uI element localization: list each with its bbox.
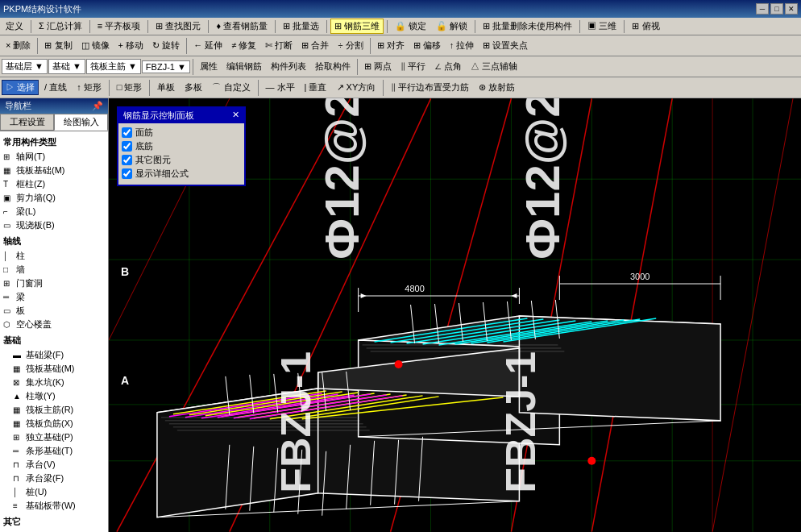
menu-batch-delete[interactable]: ⊞ 批量删除未使用构件	[479, 19, 576, 34]
three-point-button[interactable]: △ 三点辅轴	[467, 59, 521, 74]
move-button[interactable]: + 移动	[114, 38, 147, 53]
custom-btn[interactable]: ⌒ 自定义	[208, 80, 254, 95]
merge-button[interactable]: ⊞ 合并	[297, 38, 333, 53]
align-button[interactable]: ⊞ 对齐	[373, 38, 409, 53]
rotate-button[interactable]: ↻ 旋转	[148, 38, 184, 53]
menu-find[interactable]: ⊞ 查找图元	[151, 19, 205, 34]
cad-viewport[interactable]: 4800 3000 Ф12@200 Ф12@200 FBZJ-1 FBZJ-1 …	[109, 98, 801, 532]
xy-direction-btn[interactable]: ↗ XY方向	[333, 80, 380, 95]
tree-item-wall[interactable]: □墙	[2, 263, 106, 276]
svg-text:4800: 4800	[405, 284, 424, 293]
line-tool[interactable]: / 直线	[40, 80, 71, 95]
tree-item-raft-top-rebar[interactable]: ▦筏板主筋(R)	[2, 403, 106, 417]
tree-item-hollow-floor[interactable]: ⬡空心楼盖	[2, 318, 106, 331]
svg-marker-25	[359, 316, 720, 348]
element-id-dropdown[interactable]: FBZJ-1 ▼	[142, 60, 190, 73]
tree-item-cast-slab[interactable]: ▭ 现浇板(B)	[2, 218, 106, 232]
svg-line-44	[218, 394, 371, 418]
shear-wall-icon: ▣	[3, 193, 16, 202]
setpoint-button[interactable]: ⊞ 设置夹点	[479, 38, 532, 53]
tree-item-shear-wall[interactable]: ▣ 剪力墙(Q)	[2, 191, 106, 205]
parallel-edge-btn[interactable]: ∥ 平行边布置受力筋	[387, 80, 473, 95]
tree-item-door-window[interactable]: ⊞门窗洞	[2, 276, 106, 290]
component-dropdown[interactable]: 基础 ▼	[48, 59, 85, 74]
radial-btn[interactable]: ⊛ 放射筋	[475, 80, 519, 95]
maximize-button[interactable]: □	[770, 3, 783, 15]
menu-define[interactable]: 定义	[2, 19, 27, 34]
menu-3d[interactable]: ▣ 三维	[583, 19, 620, 34]
rebar-type-dropdown[interactable]: 筏板主筋 ▼	[86, 59, 141, 74]
tree-item-raft-bot-rebar[interactable]: ▦筏板负筋(X)	[2, 417, 106, 430]
delete-button[interactable]: × 删除	[2, 38, 35, 53]
close-button[interactable]: ✕	[785, 3, 798, 15]
arrow-tool[interactable]: ↑ 矩形	[73, 80, 106, 95]
tree-item-raft-found[interactable]: ▦ 筏板基础(M)	[2, 164, 106, 177]
checkbox-bot-rebar[interactable]: 底筋	[122, 140, 241, 152]
tree-item-frame-col[interactable]: T 框柱(Z)	[2, 177, 106, 191]
minimize-button[interactable]: ─	[756, 3, 769, 15]
two-point-button[interactable]: ⊞ 两点	[360, 59, 396, 74]
extend-button[interactable]: ← 延伸	[189, 38, 226, 53]
tree-item-sump[interactable]: ⊠集水坑(K)	[2, 376, 106, 389]
tab-project-settings[interactable]: 工程设置	[0, 114, 54, 131]
sidebar-header: 导航栏 📌	[0, 98, 108, 114]
horizontal-btn[interactable]: — 水平	[262, 80, 299, 95]
checkbox-top-rebar[interactable]: 面筋	[122, 127, 241, 139]
angle-point-button[interactable]: ∠ 点角	[430, 59, 466, 74]
parallel-button[interactable]: ∥ 平行	[396, 59, 430, 74]
pick-component-button[interactable]: 拾取构件	[311, 59, 355, 74]
menu-rebar-3d[interactable]: ⊞ 钢筋三维	[330, 19, 384, 34]
rect-tool[interactable]: □ 矩形	[113, 80, 147, 95]
single-plate-btn[interactable]: 单板	[153, 80, 179, 95]
menu-calc[interactable]: Σ 汇总计算	[35, 19, 86, 34]
tree-item-found-beam[interactable]: ▬基础梁(F)	[2, 348, 106, 362]
steel-control-panel: 钢筋显示控制面板 ✕ 面筋 底筋 其它图元 显示详细公式	[117, 106, 246, 186]
canvas-area[interactable]: 4800 3000 Ф12@200 Ф12@200 FBZJ-1 FBZJ-1 …	[109, 98, 801, 532]
tree-item-beam2[interactable]: ═梁	[2, 290, 106, 304]
properties-button[interactable]: 属性	[196, 59, 222, 74]
tree-item-axis-grid[interactable]: ⊞ 轴网(T)	[2, 150, 106, 164]
vertical-btn[interactable]: | 垂直	[301, 80, 331, 95]
svg-line-55	[503, 318, 656, 342]
tab-drawing-input[interactable]: 绘图输入	[54, 114, 108, 131]
offset-button[interactable]: ⊞ 偏移	[409, 38, 445, 53]
svg-line-68	[555, 300, 559, 339]
multi-plate-btn[interactable]: 多板	[181, 80, 206, 95]
copy-button[interactable]: ⊞ 复制	[40, 38, 76, 53]
checkbox-other-elements[interactable]: 其它图元	[122, 154, 241, 166]
tree-item-pile-cap[interactable]: ⊓承台(V)	[2, 458, 106, 472]
tree-item-slab[interactable]: ▭板	[2, 304, 106, 318]
svg-line-19	[712, 98, 793, 531]
svg-text:FBZJ-1: FBZJ-1	[497, 351, 544, 493]
tree-item-isolated-found[interactable]: ⊞独立基础(P)	[2, 430, 106, 444]
menu-top-view[interactable]: ⊞ 俯视	[628, 19, 663, 34]
split-button[interactable]: ÷ 分割	[334, 38, 367, 53]
checkbox-detail-formula[interactable]: 显示详细公式	[122, 168, 241, 180]
mirror-button[interactable]: ◫ 镜像	[77, 38, 114, 53]
sidebar-pin-icon[interactable]: 📌	[92, 101, 103, 111]
tree-item-raft-found2[interactable]: ▦筏板基础(M)	[2, 362, 106, 376]
menu-batch-select[interactable]: ⊞ 批量选	[279, 19, 323, 34]
select-tool[interactable]: ▷ 选择	[2, 80, 39, 95]
tree-item-column-pedestal[interactable]: ▲柱墩(Y)	[2, 389, 106, 403]
menu-align[interactable]: ≡ 平齐板项	[93, 19, 144, 34]
menu-lock[interactable]: 🔒 锁定	[391, 19, 430, 34]
break-button[interactable]: ✄ 打断	[261, 38, 297, 53]
menu-rebar-view[interactable]: ♦ 查看钢筋量	[212, 19, 272, 34]
panel-close-icon[interactable]: ✕	[232, 110, 239, 122]
component-list-button[interactable]: 构件列表	[267, 59, 310, 74]
edit-rebar-button[interactable]: 编辑钢筋	[222, 59, 266, 74]
svg-point-86	[395, 360, 403, 368]
tree-item-beam[interactable]: ⌐ 梁(L)	[2, 205, 106, 218]
svg-line-73	[322, 451, 326, 516]
svg-line-53	[471, 320, 624, 343]
tree-item-cap-beam[interactable]: ⊓承台梁(F)	[2, 472, 106, 485]
tree-item-pile[interactable]: │桩(U)	[2, 485, 106, 499]
tree-item-found-strip[interactable]: ≡基础板带(W)	[2, 499, 106, 513]
tree-item-strip-found[interactable]: ═条形基础(T)	[2, 444, 106, 458]
stretch-button[interactable]: ↑ 拉伸	[446, 38, 479, 53]
trim-button[interactable]: ≠ 修复	[227, 38, 260, 53]
menu-unlock[interactable]: 🔓 解锁	[432, 19, 471, 34]
layer-dropdown[interactable]: 基础层 ▼	[2, 59, 48, 74]
tree-item-col[interactable]: │柱	[2, 249, 106, 263]
